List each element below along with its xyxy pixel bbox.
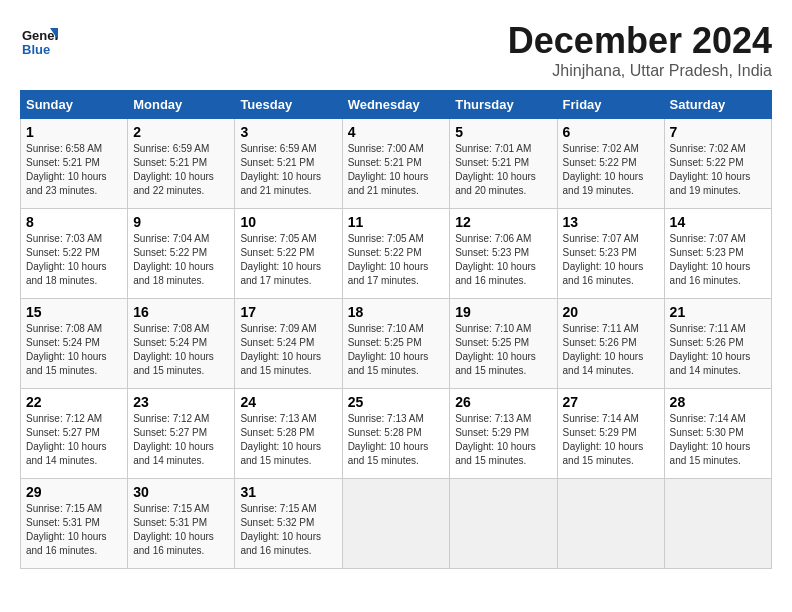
day-number: 6 — [563, 124, 659, 140]
day-number: 27 — [563, 394, 659, 410]
day-detail: Sunrise: 7:13 AM Sunset: 5:28 PM Dayligh… — [348, 412, 445, 468]
calendar-cell: 6Sunrise: 7:02 AM Sunset: 5:22 PM Daylig… — [557, 119, 664, 209]
day-number: 13 — [563, 214, 659, 230]
calendar-cell: 17Sunrise: 7:09 AM Sunset: 5:24 PM Dayli… — [235, 299, 342, 389]
month-title: December 2024 — [508, 20, 772, 62]
day-detail: Sunrise: 7:02 AM Sunset: 5:22 PM Dayligh… — [563, 142, 659, 198]
day-number: 30 — [133, 484, 229, 500]
day-number: 16 — [133, 304, 229, 320]
day-number: 18 — [348, 304, 445, 320]
calendar-cell: 16Sunrise: 7:08 AM Sunset: 5:24 PM Dayli… — [128, 299, 235, 389]
svg-text:Blue: Blue — [22, 42, 50, 57]
calendar-cell: 26Sunrise: 7:13 AM Sunset: 5:29 PM Dayli… — [450, 389, 557, 479]
calendar-cell: 24Sunrise: 7:13 AM Sunset: 5:28 PM Dayli… — [235, 389, 342, 479]
week-row-5: 29Sunrise: 7:15 AM Sunset: 5:31 PM Dayli… — [21, 479, 772, 569]
calendar-header-row: Sunday Monday Tuesday Wednesday Thursday… — [21, 91, 772, 119]
location-title: Jhinjhana, Uttar Pradesh, India — [508, 62, 772, 80]
day-detail: Sunrise: 7:10 AM Sunset: 5:25 PM Dayligh… — [348, 322, 445, 378]
day-number: 17 — [240, 304, 336, 320]
day-number: 28 — [670, 394, 766, 410]
day-detail: Sunrise: 7:13 AM Sunset: 5:29 PM Dayligh… — [455, 412, 551, 468]
day-detail: Sunrise: 7:04 AM Sunset: 5:22 PM Dayligh… — [133, 232, 229, 288]
week-row-3: 15Sunrise: 7:08 AM Sunset: 5:24 PM Dayli… — [21, 299, 772, 389]
day-number: 23 — [133, 394, 229, 410]
week-row-4: 22Sunrise: 7:12 AM Sunset: 5:27 PM Dayli… — [21, 389, 772, 479]
calendar-cell: 21Sunrise: 7:11 AM Sunset: 5:26 PM Dayli… — [664, 299, 771, 389]
calendar-cell: 11Sunrise: 7:05 AM Sunset: 5:22 PM Dayli… — [342, 209, 450, 299]
page-header: General Blue December 2024 Jhinjhana, Ut… — [20, 20, 772, 80]
logo: General Blue — [20, 20, 62, 58]
calendar-cell: 12Sunrise: 7:06 AM Sunset: 5:23 PM Dayli… — [450, 209, 557, 299]
calendar-cell: 13Sunrise: 7:07 AM Sunset: 5:23 PM Dayli… — [557, 209, 664, 299]
header-thursday: Thursday — [450, 91, 557, 119]
day-number: 24 — [240, 394, 336, 410]
calendar-cell: 4Sunrise: 7:00 AM Sunset: 5:21 PM Daylig… — [342, 119, 450, 209]
day-detail: Sunrise: 6:59 AM Sunset: 5:21 PM Dayligh… — [133, 142, 229, 198]
day-detail: Sunrise: 7:10 AM Sunset: 5:25 PM Dayligh… — [455, 322, 551, 378]
calendar-cell: 8Sunrise: 7:03 AM Sunset: 5:22 PM Daylig… — [21, 209, 128, 299]
day-detail: Sunrise: 7:05 AM Sunset: 5:22 PM Dayligh… — [348, 232, 445, 288]
calendar-cell — [664, 479, 771, 569]
day-number: 20 — [563, 304, 659, 320]
day-detail: Sunrise: 7:15 AM Sunset: 5:32 PM Dayligh… — [240, 502, 336, 558]
day-detail: Sunrise: 7:07 AM Sunset: 5:23 PM Dayligh… — [670, 232, 766, 288]
day-detail: Sunrise: 7:14 AM Sunset: 5:29 PM Dayligh… — [563, 412, 659, 468]
day-detail: Sunrise: 7:13 AM Sunset: 5:28 PM Dayligh… — [240, 412, 336, 468]
day-detail: Sunrise: 7:06 AM Sunset: 5:23 PM Dayligh… — [455, 232, 551, 288]
calendar-cell: 10Sunrise: 7:05 AM Sunset: 5:22 PM Dayli… — [235, 209, 342, 299]
day-number: 14 — [670, 214, 766, 230]
day-number: 10 — [240, 214, 336, 230]
calendar-cell: 1Sunrise: 6:58 AM Sunset: 5:21 PM Daylig… — [21, 119, 128, 209]
title-area: December 2024 Jhinjhana, Uttar Pradesh, … — [508, 20, 772, 80]
day-detail: Sunrise: 7:15 AM Sunset: 5:31 PM Dayligh… — [26, 502, 122, 558]
day-detail: Sunrise: 7:02 AM Sunset: 5:22 PM Dayligh… — [670, 142, 766, 198]
calendar-cell: 14Sunrise: 7:07 AM Sunset: 5:23 PM Dayli… — [664, 209, 771, 299]
calendar-cell: 9Sunrise: 7:04 AM Sunset: 5:22 PM Daylig… — [128, 209, 235, 299]
day-detail: Sunrise: 6:59 AM Sunset: 5:21 PM Dayligh… — [240, 142, 336, 198]
calendar-cell — [342, 479, 450, 569]
day-number: 7 — [670, 124, 766, 140]
day-detail: Sunrise: 7:08 AM Sunset: 5:24 PM Dayligh… — [133, 322, 229, 378]
calendar-cell: 25Sunrise: 7:13 AM Sunset: 5:28 PM Dayli… — [342, 389, 450, 479]
day-detail: Sunrise: 7:15 AM Sunset: 5:31 PM Dayligh… — [133, 502, 229, 558]
calendar-cell: 18Sunrise: 7:10 AM Sunset: 5:25 PM Dayli… — [342, 299, 450, 389]
day-detail: Sunrise: 7:01 AM Sunset: 5:21 PM Dayligh… — [455, 142, 551, 198]
calendar-cell: 30Sunrise: 7:15 AM Sunset: 5:31 PM Dayli… — [128, 479, 235, 569]
day-detail: Sunrise: 7:11 AM Sunset: 5:26 PM Dayligh… — [563, 322, 659, 378]
day-number: 4 — [348, 124, 445, 140]
day-number: 2 — [133, 124, 229, 140]
day-number: 1 — [26, 124, 122, 140]
calendar-cell: 22Sunrise: 7:12 AM Sunset: 5:27 PM Dayli… — [21, 389, 128, 479]
day-detail: Sunrise: 6:58 AM Sunset: 5:21 PM Dayligh… — [26, 142, 122, 198]
day-number: 21 — [670, 304, 766, 320]
header-saturday: Saturday — [664, 91, 771, 119]
day-number: 15 — [26, 304, 122, 320]
calendar-cell: 20Sunrise: 7:11 AM Sunset: 5:26 PM Dayli… — [557, 299, 664, 389]
calendar-cell: 31Sunrise: 7:15 AM Sunset: 5:32 PM Dayli… — [235, 479, 342, 569]
week-row-1: 1Sunrise: 6:58 AM Sunset: 5:21 PM Daylig… — [21, 119, 772, 209]
day-number: 25 — [348, 394, 445, 410]
calendar-cell: 27Sunrise: 7:14 AM Sunset: 5:29 PM Dayli… — [557, 389, 664, 479]
day-detail: Sunrise: 7:09 AM Sunset: 5:24 PM Dayligh… — [240, 322, 336, 378]
day-number: 5 — [455, 124, 551, 140]
day-detail: Sunrise: 7:12 AM Sunset: 5:27 PM Dayligh… — [133, 412, 229, 468]
day-number: 31 — [240, 484, 336, 500]
header-monday: Monday — [128, 91, 235, 119]
calendar-cell — [557, 479, 664, 569]
day-detail: Sunrise: 7:00 AM Sunset: 5:21 PM Dayligh… — [348, 142, 445, 198]
day-detail: Sunrise: 7:08 AM Sunset: 5:24 PM Dayligh… — [26, 322, 122, 378]
calendar-cell: 28Sunrise: 7:14 AM Sunset: 5:30 PM Dayli… — [664, 389, 771, 479]
calendar-cell: 7Sunrise: 7:02 AM Sunset: 5:22 PM Daylig… — [664, 119, 771, 209]
calendar-cell: 5Sunrise: 7:01 AM Sunset: 5:21 PM Daylig… — [450, 119, 557, 209]
day-detail: Sunrise: 7:07 AM Sunset: 5:23 PM Dayligh… — [563, 232, 659, 288]
day-number: 9 — [133, 214, 229, 230]
day-detail: Sunrise: 7:11 AM Sunset: 5:26 PM Dayligh… — [670, 322, 766, 378]
header-friday: Friday — [557, 91, 664, 119]
calendar-cell: 15Sunrise: 7:08 AM Sunset: 5:24 PM Dayli… — [21, 299, 128, 389]
day-number: 12 — [455, 214, 551, 230]
day-number: 3 — [240, 124, 336, 140]
calendar-cell: 29Sunrise: 7:15 AM Sunset: 5:31 PM Dayli… — [21, 479, 128, 569]
calendar-table: Sunday Monday Tuesday Wednesday Thursday… — [20, 90, 772, 569]
day-detail: Sunrise: 7:03 AM Sunset: 5:22 PM Dayligh… — [26, 232, 122, 288]
calendar-cell: 3Sunrise: 6:59 AM Sunset: 5:21 PM Daylig… — [235, 119, 342, 209]
